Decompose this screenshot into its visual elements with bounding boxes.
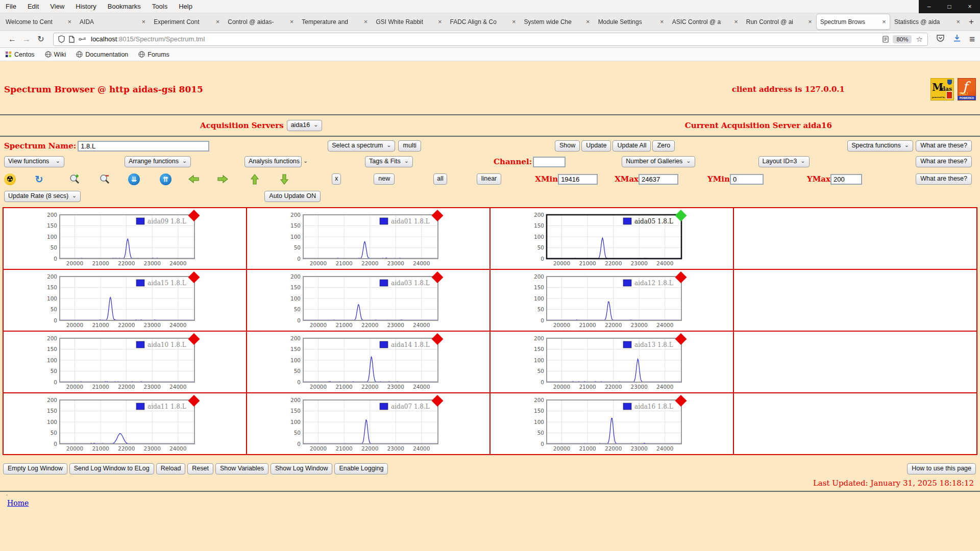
close-button[interactable]: ×	[960, 0, 980, 13]
tab-close-icon[interactable]: ×	[586, 18, 590, 26]
tab-close-icon[interactable]: ×	[882, 18, 886, 26]
reset-button[interactable]: Reset	[187, 463, 213, 474]
analysis-functions-select[interactable]: Analysis functions	[244, 156, 302, 167]
x-axis-button[interactable]: x	[332, 173, 341, 185]
zoom-in-icon[interactable]	[68, 173, 80, 185]
new-tab-button[interactable]: +	[964, 17, 978, 27]
tab-close-icon[interactable]: ×	[956, 18, 960, 26]
page-info-icon[interactable]	[69, 36, 75, 43]
url-bar[interactable]: localhost:8015/Spectrum/Spectrum.tml 80%…	[53, 33, 928, 46]
home-link[interactable]: Home	[7, 499, 29, 507]
view-functions-select[interactable]: View functions	[4, 156, 64, 167]
compress-y-icon[interactable]: ⇊	[128, 173, 140, 185]
reader-mode-icon[interactable]	[883, 36, 889, 43]
tab-run-control-ai[interactable]: Run Control @ ai×	[743, 14, 816, 29]
update-rate-select[interactable]: Update Rate (8 secs)	[4, 191, 81, 202]
acquisition-server-select[interactable]: aida16	[287, 120, 323, 131]
tab-fadc-align-co[interactable]: FADC Align & Co×	[446, 14, 519, 29]
bookmark-documentation[interactable]: Documentation	[76, 51, 128, 58]
tab-close-icon[interactable]: ×	[142, 18, 146, 26]
tab-experiment-cont[interactable]: Experiment Cont×	[150, 14, 223, 29]
tab-asic-control-a[interactable]: ASIC Control @ a×	[669, 14, 742, 29]
menu-help[interactable]: Help	[173, 3, 198, 10]
permissions-icon[interactable]	[79, 37, 87, 42]
tab-close-icon[interactable]: ×	[660, 18, 664, 26]
what-are-these-button[interactable]: What are these?	[916, 140, 972, 152]
shield-icon[interactable]	[58, 35, 65, 43]
spectrum-chart-aida03[interactable]: 2000021000220002300024000050100150200aid…	[247, 269, 490, 331]
zero-radiation-icon[interactable]: ☢	[4, 173, 16, 185]
spectrum-name-input[interactable]	[78, 141, 209, 152]
spectrum-chart-aida15[interactable]: 2000021000220002300024000050100150200aid…	[3, 269, 247, 331]
tab-close-icon[interactable]: ×	[734, 18, 738, 26]
menu-file[interactable]: File	[0, 3, 22, 10]
how-to-use-this-page-button[interactable]: How to use this page	[907, 463, 976, 474]
tags-fits-select[interactable]: Tags & Fits	[365, 156, 413, 167]
pan-down-icon[interactable]	[278, 173, 290, 185]
spectrum-chart-aida14[interactable]: 2000021000220002300024000050100150200aid…	[247, 331, 490, 393]
all-button[interactable]: all	[433, 173, 447, 185]
zoom-level-badge[interactable]: 80%	[893, 35, 912, 43]
spectrum-chart-aida01[interactable]: 2000021000220002300024000050100150200aid…	[247, 208, 490, 269]
zoom-out-icon[interactable]	[99, 173, 110, 185]
refresh-icon[interactable]: ↻	[33, 173, 45, 185]
spectrum-chart-aida11[interactable]: 2000021000220002300024000050100150200aid…	[3, 393, 247, 455]
channel-input[interactable]	[533, 157, 566, 167]
tab-gsi-white-rabbit[interactable]: GSI White Rabbit×	[372, 14, 445, 29]
arrange-functions-select[interactable]: Arrange functions	[125, 156, 191, 167]
tab-system-wide-che[interactable]: System wide Che×	[521, 14, 594, 29]
bookmark-forums[interactable]: Forums	[138, 51, 169, 58]
pocket-icon[interactable]	[936, 34, 945, 44]
new-button[interactable]: new	[374, 173, 395, 185]
pan-left-icon[interactable]	[188, 173, 200, 185]
tab-close-icon[interactable]: ×	[512, 18, 516, 26]
tab-module-settings[interactable]: Module Settings×	[595, 14, 668, 29]
downloads-icon[interactable]	[953, 34, 961, 44]
pan-right-icon[interactable]	[217, 173, 229, 185]
menu-hamburger-icon[interactable]: ≡	[969, 34, 975, 45]
auto-update-button[interactable]: Auto Update ON	[264, 191, 321, 202]
maximize-button[interactable]: □	[939, 0, 960, 13]
spectrum-chart-aida09[interactable]: 2000021000220002300024000050100150200aid…	[3, 208, 247, 269]
show-variables-button[interactable]: Show Variables	[215, 463, 268, 474]
tab-close-icon[interactable]: ×	[67, 18, 71, 26]
menu-view[interactable]: View	[44, 3, 70, 10]
url-text[interactable]: localhost:8015/Spectrum/Spectrum.tml	[91, 35, 883, 43]
tab-temperature-and[interactable]: Temperature and×	[298, 14, 371, 29]
minimize-button[interactable]: –	[919, 0, 939, 13]
spectrum-chart-aida10[interactable]: 2000021000220002300024000050100150200aid…	[3, 331, 247, 393]
tab-aida[interactable]: AIDA×	[76, 14, 149, 29]
send-log-window-to-elog-button[interactable]: Send Log Window to ELog	[69, 463, 154, 474]
select-a-spectrum-select[interactable]: Select a spectrum	[328, 140, 395, 152]
expand-y-icon[interactable]: ⇈	[160, 173, 172, 185]
update-all-button[interactable]: Update All	[612, 140, 651, 152]
tab-close-icon[interactable]: ×	[290, 18, 294, 26]
xmax-input[interactable]	[639, 174, 678, 185]
xmin-input[interactable]	[558, 174, 598, 185]
spectrum-chart-aida12[interactable]: 2000021000220002300024000050100150200aid…	[490, 269, 733, 331]
reload-button[interactable]: Reload	[156, 463, 186, 474]
number-of-galleries-select[interactable]: Number of Galleries	[622, 156, 695, 167]
tab-close-icon[interactable]: ×	[438, 18, 442, 26]
bookmark-wiki[interactable]: Wiki	[45, 51, 66, 58]
spectrum-chart-aida13[interactable]: 2000021000220002300024000050100150200aid…	[490, 331, 733, 393]
menu-history[interactable]: History	[70, 3, 102, 10]
tab-control-aidas-[interactable]: Control @ aidas-×	[224, 14, 297, 29]
show-button[interactable]: Show	[555, 140, 580, 152]
linear-button[interactable]: linear	[477, 173, 502, 185]
back-button[interactable]: ←	[5, 33, 19, 46]
menu-bookmarks[interactable]: Bookmarks	[102, 3, 146, 10]
tab-spectrum-brows[interactable]: Spectrum Brows×	[817, 14, 890, 29]
forward-button[interactable]: →	[19, 33, 34, 46]
what-are-these-button[interactable]: What are these?	[916, 173, 972, 185]
update-button[interactable]: Update	[581, 140, 611, 152]
bookmark-star-icon[interactable]: ☆	[916, 35, 922, 44]
reload-button[interactable]: ↻	[34, 33, 48, 46]
tab-close-icon[interactable]: ×	[216, 18, 220, 26]
menu-tools[interactable]: Tools	[146, 3, 173, 10]
empty-log-window-button[interactable]: Empty Log Window	[3, 463, 67, 474]
show-log-window-button[interactable]: Show Log Window	[271, 463, 333, 474]
enable-logging-button[interactable]: Enable Logging	[334, 463, 388, 474]
tab-close-icon[interactable]: ×	[364, 18, 368, 26]
what-are-these-button[interactable]: What are these?	[916, 156, 972, 167]
